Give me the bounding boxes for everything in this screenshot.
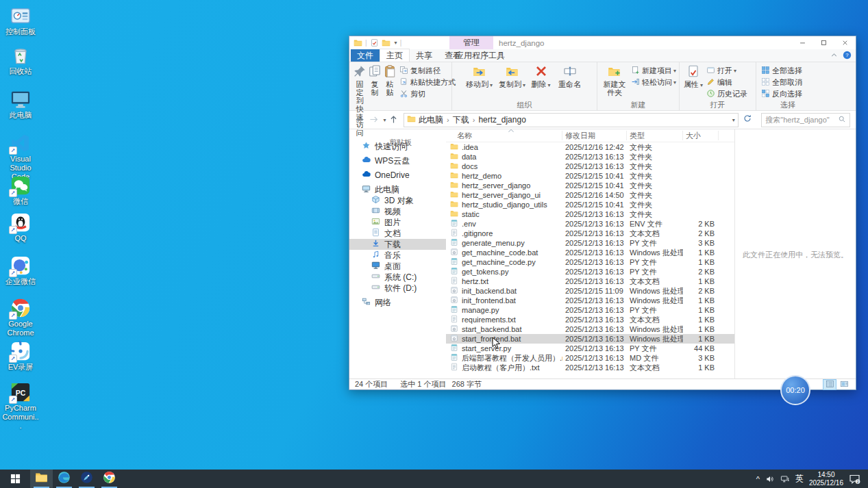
select-all-button[interactable]: 全部选择 [761, 65, 802, 77]
network-icon[interactable] [780, 474, 790, 484]
back-button[interactable] [355, 114, 366, 125]
column-header-name[interactable]: 名称 [446, 131, 562, 140]
sidebar-item-music[interactable]: 音乐 [349, 250, 446, 261]
file-row[interactable]: hertz.txt2025/12/13 16:13文本文档1 KB [446, 277, 734, 286]
column-header-type[interactable]: 类型 [627, 131, 683, 140]
new-item-button[interactable]: 新建项目▾ [631, 65, 676, 77]
sidebar-item-drive[interactable]: 软件 (D:) [349, 283, 446, 294]
tab-application-tools[interactable]: 应用程序工具 [449, 49, 511, 62]
desktop-icon-recycle-bin[interactable]: 回收站 [1, 45, 40, 76]
up-button[interactable] [388, 114, 399, 125]
qat-folder-icon[interactable] [354, 38, 362, 47]
sidebar-item-documents[interactable]: 文档 [349, 228, 446, 239]
desktop-icon-wechat[interactable]: ➚微信 [1, 175, 40, 206]
details-view-button[interactable] [823, 380, 836, 389]
cut-button[interactable]: 剪切 [399, 88, 456, 100]
file-row[interactable]: get_machine_code.bat2025/12/13 16:13Wind… [446, 248, 734, 257]
paste-shortcut-button[interactable]: 粘贴快捷方式 [399, 77, 456, 88]
sidebar-item-downloads[interactable]: 下载 [349, 239, 446, 250]
file-row[interactable]: get_tokens.py2025/12/13 16:13PY 文件2 KB [446, 267, 734, 277]
thumbnail-view-button[interactable] [838, 380, 850, 389]
collapse-ribbon-icon[interactable] [830, 51, 839, 62]
sidebar-item-3d-objects[interactable]: 3D 对象 [349, 195, 446, 206]
refresh-button[interactable] [743, 114, 755, 126]
file-row[interactable]: hertz_server_django_ui2025/12/16 14:50文件… [446, 190, 734, 200]
rename-button[interactable]: 重命名 [554, 64, 586, 89]
select-none-button[interactable]: 全部取消 [761, 77, 802, 88]
properties-button[interactable]: 属性▾ [682, 64, 704, 89]
breadcrumb-item[interactable]: hertz_django [478, 115, 525, 125]
invert-selection-button[interactable]: 反向选择 [761, 88, 802, 100]
qat-customize-arrow-icon[interactable]: ▾ [395, 40, 397, 46]
search-box[interactable]: 搜索"hertz_django" [761, 113, 850, 127]
file-row[interactable]: hertz_studio_django_utils2025/12/15 10:4… [446, 200, 734, 209]
move-to-button[interactable]: 移动到▾ [463, 64, 496, 89]
desktop-icon-vscode[interactable]: ➚Visual Studio Code [1, 133, 40, 181]
file-row[interactable]: manage.py2025/12/13 16:13PY 文件1 KB [446, 305, 734, 315]
copy-to-button[interactable]: 复制到▾ [496, 64, 529, 89]
notification-center-button[interactable]: 2 [849, 474, 861, 485]
qat-new-folder-icon[interactable] [382, 38, 390, 47]
desktop-icon-pycharm[interactable]: PC➚PyCharm Communi... [1, 382, 40, 431]
clock[interactable]: 14:50 2025/12/16 [809, 471, 843, 487]
file-row[interactable]: docs2025/12/13 16:13文件夹 [446, 162, 734, 171]
sidebar-item-pc[interactable]: 此电脑 [349, 184, 446, 195]
breadcrumb-item[interactable]: 下载 [453, 114, 469, 126]
copy-button[interactable]: 复制 [367, 64, 382, 97]
input-language-indicator[interactable]: 英 [795, 473, 804, 485]
sidebar-item-wps-cloud[interactable]: WPS云盘 [349, 155, 446, 166]
edit-button[interactable]: 编辑 [706, 77, 747, 88]
sidebar-item-star[interactable]: 快速访问 [349, 141, 446, 152]
easy-access-button[interactable]: 轻松访问▾ [631, 77, 676, 88]
sidebar-item-desktop-folder[interactable]: 桌面 [349, 261, 446, 272]
new-folder-button[interactable]: 新建文件夹 [600, 64, 629, 97]
file-row[interactable]: .idea2025/12/16 12:42文件夹 [446, 142, 734, 152]
file-row[interactable]: generate_menu.py2025/12/13 16:13PY 文件3 K… [446, 238, 734, 248]
sidebar-item-drive[interactable]: 系统 (C:) [349, 272, 446, 283]
history-button[interactable]: 历史记录 [706, 88, 747, 100]
file-row[interactable]: start_server.py2025/12/13 16:13PY 文件44 K… [446, 344, 734, 353]
desktop-icon-ev-capture[interactable]: ➚EV录屏 [1, 341, 40, 372]
file-row[interactable]: start_frontend.bat2025/12/13 16:13Window… [446, 334, 734, 344]
tab-share[interactable]: 共享 [410, 49, 438, 62]
file-row[interactable]: requirements.txt2025/12/13 16:13文本文档1 KB [446, 315, 734, 324]
start-button[interactable] [0, 470, 30, 488]
desktop-icon-cpanel[interactable]: 控制面板 [1, 5, 40, 36]
help-icon[interactable]: ? [843, 51, 852, 62]
volume-icon[interactable] [765, 474, 775, 484]
sidebar-item-network[interactable]: 网络 [349, 297, 446, 308]
taskbar-app-blue-app[interactable] [75, 470, 98, 488]
file-row[interactable]: init_frontend.bat2025/12/13 16:13Windows… [446, 296, 734, 305]
forward-button[interactable] [369, 114, 380, 125]
qat-properties-icon[interactable] [370, 38, 379, 47]
minimize-button[interactable] [792, 36, 813, 49]
delete-button[interactable]: 删除▾ [529, 64, 554, 89]
desktop-icon-qq[interactable]: ➚QQ [1, 212, 40, 243]
breadcrumb-item[interactable]: 此电脑 [419, 114, 443, 126]
recording-timer-overlay[interactable]: 00:20 [780, 375, 810, 405]
file-row[interactable]: data2025/12/13 16:13文件夹 [446, 152, 734, 162]
file-row[interactable]: .env2025/12/13 16:13ENV 文件2 KB [446, 219, 734, 229]
copy-path-button[interactable]: 复制路径 [399, 65, 456, 77]
address-dropdown-arrow-icon[interactable]: ▾ [732, 117, 735, 123]
sidebar-item-onedrive[interactable]: OneDrive [349, 170, 446, 181]
desktop-icon-wecom[interactable]: ➚企业微信 [1, 255, 40, 286]
sidebar-item-pictures[interactable]: 图片 [349, 217, 446, 228]
file-row[interactable]: static2025/12/13 16:13文件夹 [446, 209, 734, 219]
column-header-size[interactable]: 大小 [683, 131, 719, 140]
paste-button[interactable]: 粘贴 [382, 64, 397, 97]
open-button[interactable]: 打开▾ [706, 65, 747, 77]
tab-home[interactable]: 主页 [380, 49, 410, 62]
file-row[interactable]: 启动教程（客户用）.txt2025/12/13 16:13文本文档1 KB [446, 363, 734, 372]
file-row[interactable]: hertz_demo2025/12/15 10:41文件夹 [446, 171, 734, 181]
tray-expand-icon[interactable]: ^ [756, 475, 760, 483]
file-row[interactable]: .gitignore2025/12/13 16:13文本文档2 KB [446, 229, 734, 238]
pin-to-quick-access-button[interactable]: 固定到快速访问 [352, 64, 367, 138]
file-row[interactable]: hertz_server_django2025/12/15 10:41文件夹 [446, 181, 734, 190]
taskbar-app-file-explorer[interactable] [30, 470, 53, 488]
recent-locations-arrow-icon[interactable]: ▾ [383, 117, 386, 123]
sidebar-item-videos[interactable]: 视频 [349, 206, 446, 217]
desktop-icon-this-pc[interactable]: 此电脑 [1, 89, 40, 120]
close-button[interactable] [834, 36, 856, 49]
address-box[interactable]: 此电脑›下载›hertz_django ▾ [404, 113, 739, 127]
